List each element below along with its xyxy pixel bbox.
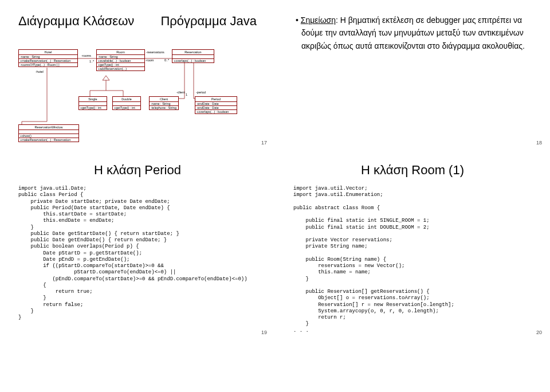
title-right: Πρόγραμμα Java	[160, 14, 257, 29]
uml-diagram: Hotel -name : String +makeReservation(..…	[18, 36, 247, 144]
uml-class-reservation: Reservation	[172, 50, 214, 55]
uml-class-single: Single	[79, 97, 107, 102]
note-bullet: Σημείωση: Η βηματική εκτέλεση σε debugge…	[293, 14, 532, 52]
page-number: 20	[536, 330, 542, 335]
uml-class-hotel: Hotel	[19, 50, 77, 55]
svg-marker-10	[103, 76, 109, 80]
uml-class-reservationwindow: ReservationWindow	[19, 125, 78, 130]
page-number: 17	[261, 140, 267, 146]
uml-class-client: Client	[150, 97, 178, 102]
page-number: 19	[261, 330, 267, 335]
uml-class-period: Period	[195, 97, 237, 102]
code-room: import java.util.Vector; import java.uti…	[293, 186, 532, 334]
title-left: Διάγραμμα Κλάσεων	[18, 14, 134, 29]
slide-title: Η κλάση Period	[18, 163, 257, 178]
page-number: 18	[536, 140, 542, 146]
slide-20: Η κλάση Room (1) import java.util.Vector…	[275, 149, 550, 339]
slide-18: Σημείωση: Η βηματική εκτέλεση σε debugge…	[275, 0, 550, 149]
uml-class-room: Room	[97, 50, 144, 55]
slide-19: Η κλάση Period import java.util.Date; pu…	[0, 149, 275, 339]
code-period: import java.util.Date; public class Peri…	[18, 186, 257, 321]
uml-class-double: Double	[113, 97, 140, 102]
slide-17: Διάγραμμα Κλάσεων Πρόγραμμα Java	[0, 0, 275, 149]
slide-title: Η κλάση Room (1)	[293, 163, 532, 178]
